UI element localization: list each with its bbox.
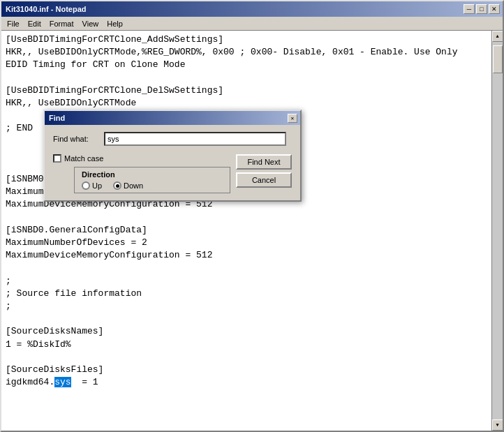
find-dialog: Find ✕ Find what: Match case <box>43 110 302 202</box>
title-bar-left: Kit31040.inf - Notepad <box>6 5 87 13</box>
main-window: Kit31040.inf - Notepad ─ □ ✕ File Edit F… <box>0 0 504 432</box>
scroll-thumb[interactable] <box>493 45 503 73</box>
find-what-row: Find what: <box>53 132 292 146</box>
menu-file[interactable]: File <box>3 18 24 29</box>
menu-bar: File Edit Format View Help <box>1 17 503 31</box>
title-bar-buttons: ─ □ ✕ <box>464 4 500 14</box>
editor-content[interactable]: [UseBDIDTimingForCRTClone_AddSwSettings]… <box>1 31 491 431</box>
up-radio[interactable] <box>82 181 90 190</box>
match-case-checkbox[interactable] <box>53 154 61 163</box>
find-next-button[interactable]: Find Next <box>236 154 292 170</box>
up-radio-item: Up <box>82 181 102 190</box>
menu-help[interactable]: Help <box>103 18 127 29</box>
menu-edit[interactable]: Edit <box>24 18 45 29</box>
minimize-button[interactable]: ─ <box>464 4 475 14</box>
menu-view[interactable]: View <box>78 18 103 29</box>
cancel-button[interactable]: Cancel <box>236 172 292 188</box>
find-dialog-title: Find <box>49 114 65 122</box>
direction-label: Direction <box>82 170 223 179</box>
window-title: Kit31040.inf - Notepad <box>6 5 87 13</box>
scroll-down-button[interactable]: ▼ <box>492 419 503 431</box>
maximize-button[interactable]: □ <box>476 4 487 14</box>
up-label: Up <box>92 181 102 190</box>
menu-format[interactable]: Format <box>45 18 78 29</box>
match-case-row: Match case <box>53 154 230 163</box>
close-button[interactable]: ✕ <box>489 4 500 14</box>
vertical-scrollbar[interactable]: ▲ ▼ <box>491 31 503 431</box>
scroll-up-button[interactable]: ▲ <box>492 31 503 42</box>
direction-radio-row: Up Down <box>82 181 223 190</box>
title-bar: Kit31040.inf - Notepad ─ □ ✕ <box>1 1 503 17</box>
scroll-track[interactable] <box>492 42 503 419</box>
find-dialog-close-button[interactable]: ✕ <box>288 114 297 123</box>
down-radio-item: Down <box>113 181 143 190</box>
down-radio[interactable] <box>113 181 121 190</box>
down-label: Down <box>124 181 143 190</box>
find-what-label: Find what: <box>53 135 98 143</box>
direction-group: Direction Up Down <box>74 167 230 193</box>
editor-area: [UseBDIDTimingForCRTClone_AddSwSettings]… <box>1 31 503 431</box>
match-case-label: Match case <box>64 154 103 163</box>
find-what-input[interactable] <box>104 132 286 146</box>
find-dialog-title-bar: Find ✕ <box>45 111 300 125</box>
find-dialog-body: Find what: Match case Direction <box>45 125 300 200</box>
